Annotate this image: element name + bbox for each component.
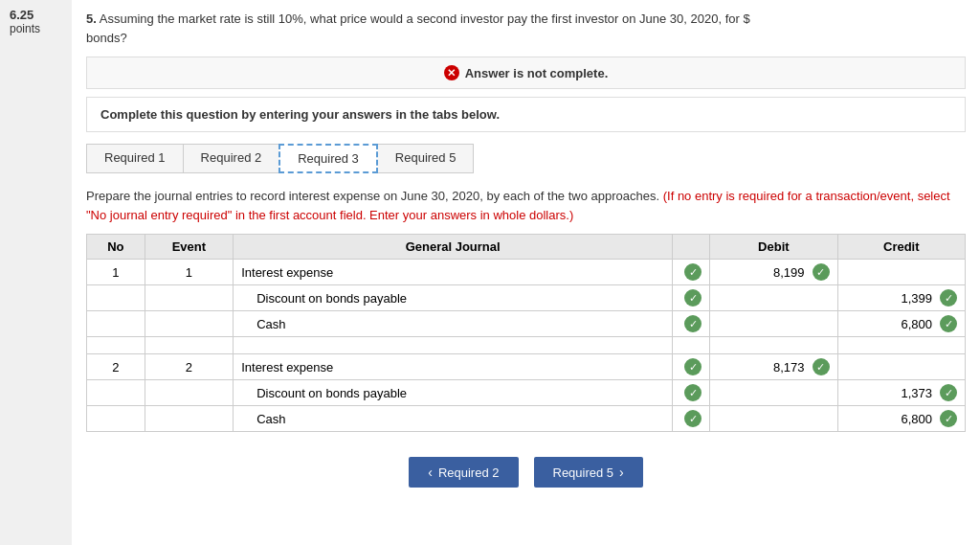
debit-check-icon: ✓ [813, 263, 830, 281]
row-event [145, 380, 234, 406]
credit-check-icon: ✓ [940, 315, 957, 332]
table-row: Cash ✓ 6,800 ✓ [87, 311, 966, 337]
col-event: Event [145, 235, 234, 260]
next-button-label: Required 5 [553, 466, 614, 480]
tab-required2[interactable]: Required 2 [183, 144, 280, 173]
row-debit [710, 285, 837, 311]
row-debit [710, 406, 837, 432]
row-debit [710, 311, 837, 337]
points-label: points [10, 22, 62, 35]
row-check: ✓ [673, 406, 710, 432]
table-row: Cash ✓ 6,800 ✓ [87, 406, 966, 432]
row-debit [710, 380, 837, 406]
row-check: ✓ [673, 260, 710, 285]
col-debit: Debit [710, 235, 837, 260]
check-icon: ✓ [684, 410, 702, 427]
row-check: ✓ [673, 354, 710, 380]
complete-box: Complete this question by entering your … [86, 97, 966, 132]
row-check: ✓ [673, 285, 710, 311]
right-arrow-icon: › [619, 465, 624, 480]
row-journal[interactable]: Cash [234, 311, 673, 337]
row-credit[interactable]: 6,800 ✓ [837, 406, 965, 432]
row-journal[interactable]: Cash [234, 406, 673, 432]
table-row: Discount on bonds payable ✓ 1,399 ✓ [87, 285, 966, 311]
row-no [87, 311, 145, 337]
table-row: Discount on bonds payable ✓ 1,373 ✓ [87, 380, 966, 406]
nav-buttons: ‹ Required 2 Required 5 › [86, 447, 966, 497]
empty-cell [710, 337, 837, 354]
row-debit[interactable]: 8,199 ✓ [710, 260, 837, 285]
credit-check-icon: ✓ [940, 289, 957, 307]
row-no: 1 [87, 260, 145, 285]
row-journal[interactable]: Interest expense [234, 354, 673, 380]
check-icon: ✓ [684, 263, 702, 281]
prev-required2-button[interactable]: ‹ Required 2 [409, 457, 518, 488]
empty-cell [145, 337, 234, 354]
tab-required1[interactable]: Required 1 [86, 144, 184, 173]
row-no [87, 380, 145, 406]
col-credit: Credit [837, 235, 965, 260]
points-value: 6.25 [10, 8, 62, 22]
row-credit[interactable]: 1,399 ✓ [837, 285, 965, 311]
main-content: 5. Assuming the market rate is still 10%… [72, 0, 980, 545]
row-debit[interactable]: 8,173 ✓ [710, 354, 837, 380]
row-journal[interactable]: Discount on bonds payable [234, 380, 673, 406]
empty-cell [837, 337, 965, 354]
debit-check-icon: ✓ [813, 358, 830, 375]
row-credit [837, 354, 965, 380]
row-credit[interactable]: 6,800 ✓ [837, 311, 965, 337]
col-no: No [87, 235, 145, 260]
question-text: 5. Assuming the market rate is still 10%… [86, 10, 966, 47]
check-icon: ✓ [684, 289, 702, 307]
tab-required5[interactable]: Required 5 [377, 144, 475, 173]
tabs-container: Required 1 Required 2 Required 3 Require… [86, 144, 966, 173]
x-icon: ✕ [444, 65, 459, 80]
row-event [145, 406, 234, 432]
complete-box-text: Complete this question by entering your … [100, 107, 500, 122]
left-sidebar: 6.25 points [0, 0, 72, 545]
instruction-main: Prepare the journal entries to record in… [86, 189, 663, 203]
table-row: 2 2 Interest expense ✓ 8,173 ✓ [87, 354, 966, 380]
row-journal[interactable]: Discount on bonds payable [234, 285, 673, 311]
row-event: 2 [145, 354, 234, 380]
journal-table: No Event General Journal Debit Credit 1 … [86, 234, 966, 432]
check-icon: ✓ [684, 315, 702, 332]
col-general-journal: General Journal [234, 235, 673, 260]
next-required5-button[interactable]: Required 5 › [534, 457, 643, 488]
instruction-text: Prepare the journal entries to record in… [86, 187, 966, 224]
prev-button-label: Required 2 [438, 466, 500, 480]
row-event [145, 311, 234, 337]
row-check: ✓ [673, 311, 710, 337]
table-row-empty [87, 337, 966, 354]
row-check: ✓ [673, 380, 710, 406]
answer-banner-text: Answer is not complete. [465, 66, 609, 80]
row-credit[interactable]: 1,373 ✓ [837, 380, 965, 406]
answer-banner: ✕ Answer is not complete. [86, 57, 966, 89]
row-event: 1 [145, 260, 234, 285]
check-icon: ✓ [684, 358, 702, 375]
row-no [87, 285, 145, 311]
credit-check-icon: ✓ [940, 410, 957, 427]
row-no [87, 406, 145, 432]
row-event [145, 285, 234, 311]
empty-cell [673, 337, 710, 354]
table-row: 1 1 Interest expense ✓ 8,199 ✓ [87, 260, 966, 285]
col-check [673, 235, 710, 260]
tab-required3[interactable]: Required 3 [278, 144, 378, 173]
row-credit [837, 260, 965, 285]
check-icon: ✓ [684, 384, 702, 401]
empty-cell [87, 337, 145, 354]
row-journal[interactable]: Interest expense [234, 260, 673, 285]
empty-cell [234, 337, 673, 354]
credit-check-icon: ✓ [940, 384, 957, 401]
left-arrow-icon: ‹ [428, 465, 433, 480]
row-no: 2 [87, 354, 145, 380]
